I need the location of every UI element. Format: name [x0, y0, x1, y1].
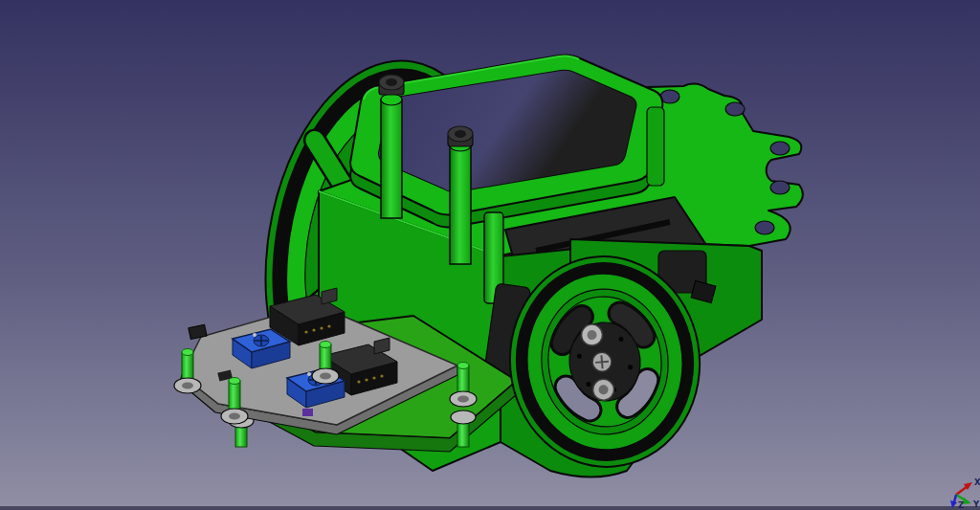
cap-screw-2 [448, 126, 473, 146]
cad-scene: X Y Z [0, 0, 980, 510]
3d-viewport[interactable]: X Y Z [0, 0, 980, 510]
axis-x-label: X [974, 477, 980, 487]
axis-y-label: Y [972, 499, 980, 509]
purple-part [302, 409, 313, 416]
cage-right-post [647, 107, 664, 186]
axis-z-label: Z [958, 500, 964, 510]
viewport-bottom-edge [0, 506, 980, 510]
cap-screw-1 [379, 75, 404, 95]
